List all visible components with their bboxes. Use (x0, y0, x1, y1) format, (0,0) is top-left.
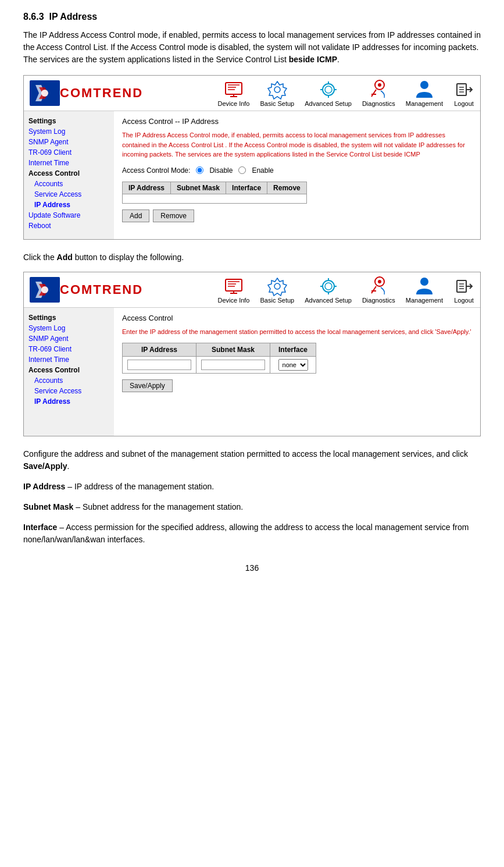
sidebar-internet-time[interactable]: Internet Time (26, 158, 112, 168)
nav-logout-2[interactable]: Logout (453, 276, 474, 304)
logout-icon-2 (453, 276, 474, 297)
def-interface: Interface – Access permission for the sp… (23, 521, 481, 546)
remove-button[interactable]: Remove (153, 209, 194, 222)
sidebar2-ip-address[interactable]: IP Address (26, 396, 112, 407)
svg-point-40 (323, 280, 334, 292)
management-icon (414, 79, 435, 100)
comtrend-logo-2: COMTREND (30, 277, 143, 303)
nav-device-info-label: Device Info (217, 100, 249, 107)
intro-text: The IP Address Access Control mode, if e… (23, 30, 481, 64)
device-info-icon (223, 79, 244, 100)
svg-line-20 (371, 90, 376, 97)
router-header-1: COMTREND Device Info (24, 76, 480, 111)
configure-rest: . (67, 461, 69, 471)
add-form-header-row: IP Address Subnet Mask Interface (123, 343, 316, 356)
nav-device-info[interactable]: Device Info (217, 79, 249, 107)
form-col-subnet: Subnet Mask (196, 343, 270, 356)
form-col-interface: Interface (270, 343, 316, 356)
sidebar-accounts[interactable]: Accounts (26, 179, 112, 189)
nav-management-2[interactable]: Management (406, 276, 443, 304)
page-title-1: Access Control -- IP Address (122, 117, 472, 126)
acl-table: IP Address Subnet Mask Interface Remove (122, 182, 307, 204)
logout-icon (453, 79, 474, 100)
click-text-prefix: Click the (23, 253, 57, 262)
svg-point-32 (41, 286, 48, 293)
svg-rect-4 (226, 83, 242, 94)
sidebar-ip-address[interactable]: IP Address (26, 200, 112, 210)
section-number: 8.6.3 (23, 12, 44, 22)
sidebar2-service-access[interactable]: Service Access (26, 386, 112, 396)
nav-logout[interactable]: Logout (453, 79, 474, 107)
sidebar2-accounts[interactable]: Accounts (26, 375, 112, 386)
col-interface: Interface (226, 182, 267, 194)
sidebar2-internet-time[interactable]: Internet Time (26, 354, 112, 365)
sidebar-tr069[interactable]: TR-069 Client (26, 147, 112, 158)
nav-diagnostics[interactable]: Diagnostics (362, 79, 395, 107)
def-subnet-text: – Subnet address for the management stat… (73, 502, 243, 511)
col-subnet-mask: Subnet Mask (171, 182, 226, 194)
nav-management-label-2: Management (406, 297, 443, 304)
nav-advanced-setup-2[interactable]: Advanced Setup (305, 276, 352, 304)
radio-disable[interactable] (196, 166, 203, 174)
sidebar2-access-control: Access Control (26, 365, 112, 375)
definitions-section: Configure the address and subnet of the … (23, 448, 481, 546)
intro-bold: beside ICMP (289, 55, 337, 64)
svg-point-47 (378, 280, 381, 283)
svg-point-50 (420, 278, 428, 286)
nav-diagnostics-label: Diagnostics (362, 100, 395, 107)
svg-point-22 (420, 81, 428, 89)
nav-diagnostics-2[interactable]: Diagnostics (362, 276, 395, 304)
configure-bold: Save/Apply (23, 461, 67, 471)
sidebar-reboot[interactable]: Reboot (26, 221, 112, 231)
disable-label: Disable (209, 166, 233, 175)
col-ip-address: IP Address (123, 182, 171, 194)
basic-setup-icon (267, 79, 288, 100)
sidebar2-system-log[interactable]: System Log (26, 323, 112, 333)
screenshot-1: COMTREND Device Info (23, 75, 481, 240)
sidebar2-tr069[interactable]: TR-069 Client (26, 344, 112, 354)
save-apply-button[interactable]: Save/Apply (122, 379, 173, 392)
subnet-mask-input[interactable] (201, 360, 265, 370)
def-ip-label: IP Address (23, 482, 65, 491)
advanced-setup-icon (318, 79, 339, 100)
def-ip-text: – IP address of the management station. (65, 482, 214, 491)
svg-rect-33 (226, 279, 242, 291)
acl-table-empty-row (123, 194, 307, 203)
sidebar-system-log[interactable]: System Log (26, 126, 112, 137)
nav-basic-setup[interactable]: Basic Setup (260, 79, 294, 107)
nav-basic-setup-2[interactable]: Basic Setup (260, 276, 294, 304)
interface-select[interactable]: none (278, 359, 308, 371)
sidebar2-settings: Settings (26, 312, 112, 323)
sidebar-snmp-agent[interactable]: SNMP Agent (26, 137, 112, 147)
ip-address-input[interactable] (127, 360, 191, 370)
device-info-icon-2 (223, 276, 244, 297)
nav-device-info-2[interactable]: Device Info (217, 276, 249, 304)
add-button[interactable]: Add (122, 209, 149, 222)
sidebar-service-access[interactable]: Service Access (26, 189, 112, 200)
svg-point-39 (274, 283, 280, 289)
access-control-mode: Access Control Mode: Disable Enable (122, 166, 472, 175)
diagnostics-icon-2 (368, 276, 389, 297)
nav-device-info-label-2: Device Info (217, 297, 249, 304)
add-form-table: IP Address Subnet Mask Interface (122, 343, 316, 374)
sidebar-update-software[interactable]: Update Software (26, 210, 112, 221)
svg-point-41 (325, 283, 332, 290)
radio-enable[interactable] (238, 166, 246, 174)
logo-text-2: COMTREND (60, 282, 143, 297)
advanced-setup-icon-2 (318, 276, 339, 297)
nav-management-label: Management (406, 100, 443, 107)
save-btn-container: Save/Apply (122, 379, 472, 392)
diagnostics-icon (368, 79, 389, 100)
logo-text: COMTREND (60, 86, 143, 101)
acl-btn-row: Add Remove (122, 209, 472, 222)
def-interface-label: Interface (23, 523, 57, 532)
svg-point-12 (323, 84, 334, 95)
screenshot-2: COMTREND Device Info Basic Se (23, 272, 481, 436)
def-subnet-mask: Subnet Mask – Subnet address for the man… (23, 501, 481, 513)
interface-select-cell: none (270, 356, 316, 373)
sidebar2-snmp-agent[interactable]: SNMP Agent (26, 333, 112, 344)
nav-advanced-setup[interactable]: Advanced Setup (305, 79, 352, 107)
nav-logout-label-2: Logout (454, 297, 474, 304)
nav-management[interactable]: Management (406, 79, 443, 107)
nav-basic-setup-label-2: Basic Setup (260, 297, 294, 304)
